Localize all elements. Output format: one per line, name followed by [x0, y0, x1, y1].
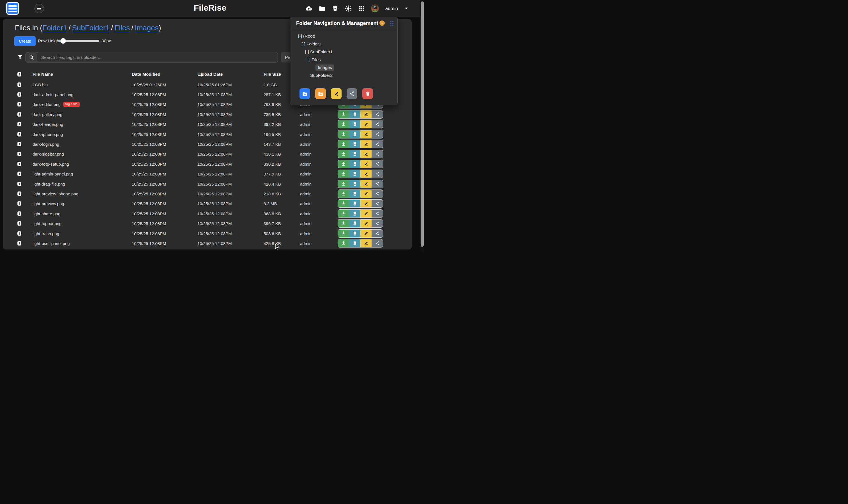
- file-name-cell[interactable]: light-share.png: [33, 211, 60, 216]
- edit-button[interactable]: [360, 210, 372, 217]
- row-checkbox[interactable]: [18, 92, 21, 96]
- edit-button[interactable]: [360, 140, 372, 148]
- edit-button[interactable]: [360, 230, 372, 237]
- share-button[interactable]: [372, 110, 383, 118]
- row-checkbox[interactable]: [18, 122, 21, 126]
- folder-tree-item[interactable]: Images: [290, 64, 398, 71]
- file-name-cell[interactable]: 1GB.bin: [33, 82, 48, 87]
- share-folder-button[interactable]: [347, 88, 357, 99]
- share-button[interactable]: [372, 160, 383, 168]
- breadcrumb-link-folder1[interactable]: Folder1: [42, 23, 67, 32]
- username-label[interactable]: admin: [385, 6, 398, 11]
- file-name-cell[interactable]: light-topbar.png: [33, 221, 61, 226]
- file-name-cell[interactable]: light-drag-file.png: [33, 181, 65, 186]
- share-button[interactable]: [372, 200, 383, 208]
- file-name-cell[interactable]: light-preview-iphone.png: [33, 191, 78, 196]
- file-name-cell[interactable]: dark-header.png: [33, 122, 63, 127]
- download-button[interactable]: [338, 120, 349, 128]
- folder-tree-item[interactable]: [-] Files: [290, 56, 398, 64]
- share-button[interactable]: [372, 130, 383, 138]
- preview-button[interactable]: [349, 190, 360, 198]
- folder-tree-item[interactable]: [-] Folder1: [290, 40, 398, 48]
- page-scrollbar[interactable]: [420, 0, 424, 252]
- row-checkbox[interactable]: [18, 212, 21, 216]
- filerise-logo-icon[interactable]: [6, 2, 19, 15]
- preview-button[interactable]: [349, 230, 360, 237]
- preview-button[interactable]: [349, 200, 360, 208]
- share-button[interactable]: [372, 180, 383, 188]
- scrollbar-thumb[interactable]: [421, 1, 424, 247]
- rename-folder-button[interactable]: [331, 88, 341, 99]
- folder-tree-item[interactable]: [-] (Root): [290, 32, 398, 40]
- file-name-cell[interactable]: dark-totp-setup.png: [33, 161, 69, 166]
- select-all-checkbox[interactable]: [18, 72, 21, 76]
- share-button[interactable]: [372, 120, 383, 128]
- tag-a-file-badge[interactable]: tag a file: [64, 102, 80, 107]
- filter-icon[interactable]: [17, 54, 23, 60]
- edit-button[interactable]: [360, 219, 372, 227]
- breadcrumb-link-files[interactable]: Files: [114, 23, 130, 32]
- delete-folder-button[interactable]: [362, 88, 373, 99]
- edit-button[interactable]: [360, 190, 372, 198]
- preview-button[interactable]: [349, 170, 360, 178]
- preview-button[interactable]: [349, 140, 360, 148]
- file-name-cell[interactable]: dark-login.png: [33, 142, 59, 147]
- create-folder-button[interactable]: [300, 88, 310, 99]
- apps-grid-icon[interactable]: [358, 5, 365, 12]
- edit-button[interactable]: [360, 120, 372, 128]
- file-name-cell[interactable]: dark-gallery.png: [33, 112, 62, 116]
- file-name-cell[interactable]: light-preview.png: [33, 201, 64, 206]
- preview-button[interactable]: [349, 160, 360, 168]
- share-button[interactable]: [372, 219, 383, 227]
- preview-button[interactable]: [349, 219, 360, 227]
- share-button[interactable]: [372, 210, 383, 217]
- file-name-cell[interactable]: dark-admin-panel.png: [33, 92, 73, 97]
- edit-button[interactable]: [360, 180, 372, 188]
- preview-button[interactable]: [349, 180, 360, 188]
- breadcrumb-link-subfolder1[interactable]: SubFolder1: [72, 23, 110, 32]
- preview-button[interactable]: [349, 150, 360, 158]
- preview-button[interactable]: [349, 210, 360, 217]
- download-button[interactable]: [338, 230, 349, 237]
- row-checkbox[interactable]: [18, 152, 21, 156]
- edit-button[interactable]: [360, 160, 372, 168]
- user-avatar[interactable]: [371, 4, 379, 12]
- edit-button[interactable]: [360, 200, 372, 208]
- download-button[interactable]: [338, 170, 349, 178]
- download-button[interactable]: [338, 150, 349, 158]
- breadcrumb-link-images[interactable]: Images: [135, 23, 158, 32]
- download-button[interactable]: [338, 110, 349, 118]
- edit-button[interactable]: [360, 239, 372, 247]
- row-height-slider[interactable]: [62, 40, 99, 42]
- row-checkbox[interactable]: [18, 172, 21, 176]
- share-button[interactable]: [372, 190, 383, 198]
- row-checkbox[interactable]: [18, 102, 21, 106]
- info-icon[interactable]: i: [379, 20, 385, 26]
- chevron-down-icon[interactable]: [404, 7, 408, 10]
- share-button[interactable]: [372, 140, 383, 148]
- preview-button[interactable]: [349, 120, 360, 128]
- theme-toggle-icon[interactable]: [344, 5, 352, 12]
- download-button[interactable]: [338, 219, 349, 227]
- file-name-cell[interactable]: light-user-panel.png: [33, 241, 70, 246]
- menu-toggle-button[interactable]: [35, 4, 44, 13]
- download-button[interactable]: [338, 239, 349, 247]
- edit-button[interactable]: [360, 110, 372, 118]
- download-button[interactable]: [338, 190, 349, 198]
- row-checkbox[interactable]: [18, 232, 21, 235]
- upload-icon[interactable]: [305, 5, 312, 12]
- file-name-cell[interactable]: dark-iphone.png: [33, 132, 63, 137]
- download-button[interactable]: [338, 200, 349, 208]
- trash-restore-icon[interactable]: [332, 5, 339, 12]
- download-button[interactable]: [338, 130, 349, 138]
- row-checkbox[interactable]: [18, 142, 21, 146]
- row-checkbox[interactable]: [18, 192, 21, 196]
- row-checkbox[interactable]: [18, 221, 21, 226]
- download-button[interactable]: [338, 210, 349, 217]
- file-name-cell[interactable]: dark-sidebar.png: [33, 152, 64, 157]
- move-folder-button[interactable]: [315, 88, 326, 99]
- row-checkbox[interactable]: [18, 112, 21, 116]
- row-checkbox[interactable]: [18, 241, 21, 245]
- download-button[interactable]: [338, 140, 349, 148]
- search-input[interactable]: [37, 52, 278, 62]
